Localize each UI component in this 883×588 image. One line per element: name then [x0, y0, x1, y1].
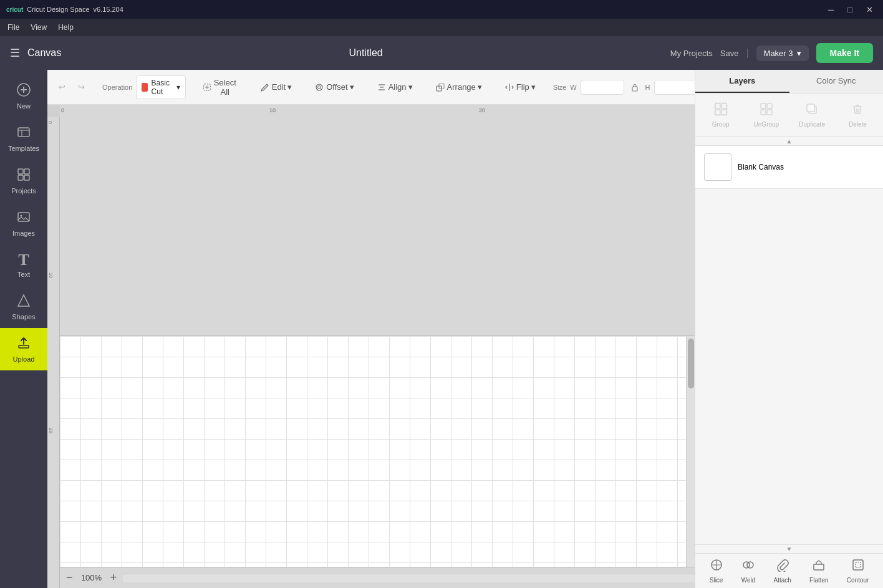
- panel-scroll-down[interactable]: ▼: [695, 544, 883, 553]
- undo-button[interactable]: ↩: [54, 79, 70, 95]
- contour-icon: [851, 558, 865, 575]
- flip-icon: [504, 82, 514, 92]
- app-version: v6.15.204: [94, 6, 123, 13]
- sidebar-item-label-images: Images: [12, 229, 35, 237]
- arrange-chevron: ▾: [478, 82, 482, 92]
- flatten-button[interactable]: Flatten: [803, 554, 835, 587]
- blank-canvas-label: Blank Canvas: [738, 163, 784, 171]
- scroll-down-icon: ▼: [786, 546, 793, 552]
- vertical-scroll-thumb[interactable]: [688, 339, 694, 388]
- weld-label: Weld: [741, 577, 756, 584]
- slice-label: Slice: [710, 577, 723, 584]
- sidebar-item-images[interactable]: Images: [0, 202, 47, 244]
- flatten-label: Flatten: [809, 577, 829, 584]
- maximize-button[interactable]: □: [844, 4, 856, 16]
- group-button[interactable]: Group: [699, 99, 742, 132]
- app-logo: cricut: [6, 6, 23, 13]
- flatten-icon: [812, 558, 826, 575]
- chevron-down-icon: ▾: [797, 49, 801, 58]
- templates-icon: [16, 125, 31, 142]
- machine-name: Maker 3: [764, 49, 793, 58]
- size-lock-button[interactable]: [627, 80, 643, 95]
- main-area: New Templates: [0, 70, 883, 588]
- tab-color-sync[interactable]: Color Sync: [789, 70, 884, 93]
- contour-button[interactable]: Contour: [841, 554, 876, 587]
- sidebar-item-label-upload: Upload: [13, 355, 35, 363]
- make-it-button[interactable]: Make It: [816, 43, 873, 63]
- edit-button[interactable]: Edit ▾: [255, 79, 297, 95]
- attach-icon: [776, 558, 789, 575]
- sidebar-item-shapes[interactable]: Shapes: [0, 286, 47, 328]
- flip-chevron: ▾: [531, 82, 536, 92]
- top-nav-left: ☰ Canvas: [10, 46, 61, 60]
- minimize-button[interactable]: ─: [824, 4, 837, 16]
- canvas-area[interactable]: [60, 336, 686, 567]
- ungroup-button[interactable]: UnGroup: [745, 99, 788, 132]
- new-icon: [16, 82, 31, 100]
- align-button[interactable]: Align ▾: [372, 79, 418, 95]
- operation-label: Operation: [102, 84, 132, 91]
- zoom-out-button[interactable]: −: [60, 571, 79, 584]
- blank-canvas-item[interactable]: Blank Canvas: [695, 146, 883, 189]
- sidebar-item-projects[interactable]: Projects: [0, 160, 47, 202]
- duplicate-button[interactable]: Duplicate: [791, 99, 834, 132]
- sidebar-item-new[interactable]: New: [0, 75, 47, 117]
- svg-rect-23: [721, 104, 726, 108]
- redo-button[interactable]: ↪: [73, 79, 90, 95]
- height-input[interactable]: [654, 80, 695, 95]
- bottom-action-bar: Slice Weld: [695, 553, 883, 588]
- machine-selector[interactable]: Maker 3 ▾: [756, 46, 809, 61]
- panel-scroll-up[interactable]: ▲: [695, 137, 883, 146]
- hamburger-menu[interactable]: ☰: [10, 46, 20, 60]
- ungroup-label: UnGroup: [754, 121, 779, 128]
- sidebar-item-text[interactable]: T Text: [0, 244, 47, 286]
- sidebar-item-label-text: Text: [17, 271, 30, 278]
- ruler-v-20: 20: [48, 428, 54, 433]
- flip-button[interactable]: Flip ▾: [499, 79, 541, 95]
- save-button[interactable]: Save: [720, 49, 739, 58]
- upload-icon: [16, 335, 31, 353]
- select-all-button[interactable]: Select All: [198, 75, 243, 100]
- svg-point-35: [747, 562, 753, 568]
- sidebar-item-label-new: New: [17, 102, 31, 110]
- top-nav: ☰ Canvas Untitled My Projects Save | Mak…: [0, 36, 883, 70]
- close-button[interactable]: ✕: [862, 4, 877, 16]
- menu-view[interactable]: View: [31, 23, 47, 32]
- menu-file[interactable]: File: [7, 23, 19, 32]
- window-controls: ─ □ ✕: [824, 4, 877, 16]
- sidebar-item-label-templates: Templates: [8, 145, 39, 152]
- sidebar-item-templates[interactable]: Templates: [0, 117, 47, 160]
- zoom-in-button[interactable]: +: [104, 571, 123, 584]
- offset-button[interactable]: Offset ▾: [309, 79, 359, 95]
- my-projects-button[interactable]: My Projects: [670, 49, 713, 58]
- weld-button[interactable]: Weld: [735, 554, 762, 587]
- ruler-v-10: 10: [48, 272, 54, 278]
- svg-rect-5: [24, 169, 29, 174]
- svg-rect-24: [715, 110, 720, 115]
- app-name: Cricut Design Space: [27, 6, 89, 13]
- svg-rect-26: [715, 103, 727, 115]
- align-icon: [377, 82, 387, 92]
- svg-rect-28: [767, 104, 772, 108]
- arrange-button[interactable]: Arrange ▾: [430, 79, 487, 95]
- offset-label: Offset: [326, 82, 347, 92]
- tab-layers[interactable]: Layers: [695, 70, 789, 93]
- h-label: H: [645, 84, 650, 91]
- canvas-wrapper: ↩ ↪ Operation Basic Cut ▾: [47, 70, 695, 588]
- slice-button[interactable]: Slice: [703, 554, 730, 587]
- sidebar-item-label-projects: Projects: [11, 187, 36, 195]
- svg-point-14: [316, 84, 322, 90]
- svg-rect-3: [18, 128, 29, 137]
- panel-tabs: Layers Color Sync: [695, 70, 883, 94]
- horizontal-scrollbar[interactable]: [123, 574, 695, 582]
- scroll-up-icon: ▲: [786, 138, 793, 145]
- vertical-scrollbar[interactable]: [686, 336, 695, 567]
- nav-separator: |: [746, 47, 748, 59]
- attach-label: Attach: [774, 577, 791, 584]
- sidebar-item-upload[interactable]: Upload: [0, 328, 47, 370]
- width-input[interactable]: [581, 80, 624, 95]
- delete-button[interactable]: Delete: [836, 99, 879, 132]
- attach-button[interactable]: Attach: [768, 554, 798, 587]
- menu-help[interactable]: Help: [58, 23, 74, 32]
- operation-select[interactable]: Basic Cut ▾: [136, 75, 185, 99]
